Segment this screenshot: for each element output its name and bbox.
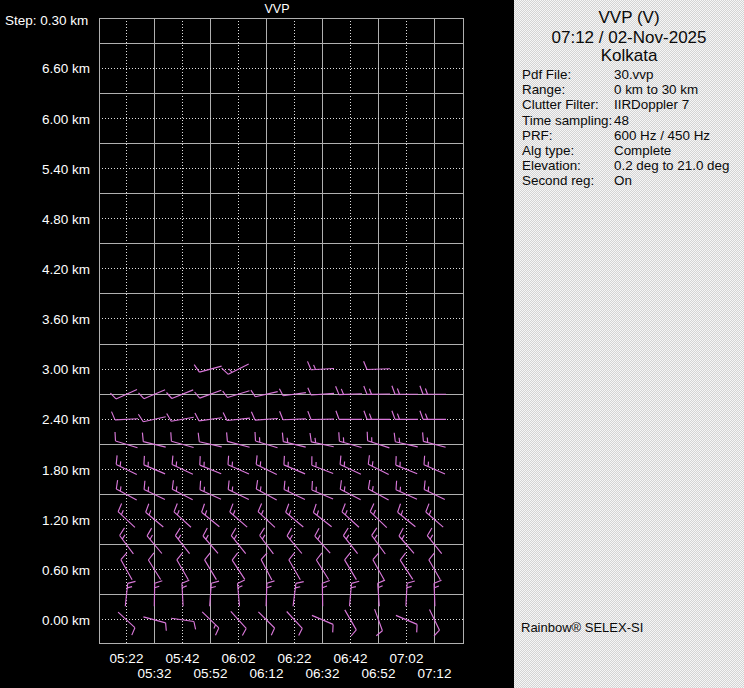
wind-barb: [227, 432, 250, 447]
height-step-label: Step: 0.30 km: [5, 14, 88, 28]
wind-barb: [392, 411, 418, 420]
wind-barb: [406, 581, 415, 606]
wind-barb: [289, 553, 301, 580]
y-axis-label: 0.60 km: [0, 564, 90, 578]
x-axis-label: 06:52: [362, 667, 396, 681]
plot-title: VVP: [264, 3, 289, 16]
parameter-label: PRF:: [522, 129, 553, 143]
parameter-value: 0 km to 30 km: [614, 83, 698, 97]
y-axis-label: 3.60 km: [0, 313, 90, 327]
x-axis-label: 06:22: [278, 652, 312, 666]
parameter-label: Time sampling:: [522, 114, 612, 128]
y-axis-label: 1.80 km: [0, 464, 90, 478]
x-axis-label: 05:22: [110, 652, 144, 666]
y-axis-label: 1.20 km: [0, 514, 90, 528]
panel-title: VVP (V): [514, 9, 744, 26]
wind-barb: [182, 580, 189, 606]
y-axis-label: 6.00 km: [0, 113, 90, 127]
y-axis-label: 3.00 km: [0, 364, 90, 378]
wind-barb: [154, 581, 162, 607]
wind-barb: [138, 414, 165, 422]
wind-barb: [121, 553, 132, 580]
parameter-label: Second reg:: [522, 174, 594, 188]
parameter-value: 48: [614, 114, 629, 128]
wind-barb: [364, 386, 390, 394]
wind-barb: [167, 414, 194, 422]
panel-datetime: 07:12 / 02-Nov-2025: [514, 29, 744, 46]
wind-barb: [251, 390, 278, 397]
y-axis-label: 4.20 km: [0, 263, 90, 277]
wind-barb: [280, 411, 306, 419]
y-axis-label: 2.40 km: [0, 414, 90, 428]
wind-barb: [210, 581, 219, 606]
wind-barb: [115, 432, 138, 448]
x-axis-label: 07:02: [390, 652, 424, 666]
parameter-value: 0.2 deg to 21.0 deg: [614, 159, 729, 173]
wind-barb: [400, 553, 413, 580]
panel-site: Kolkata: [514, 47, 744, 64]
parameter-label: Clutter Filter:: [522, 98, 599, 112]
x-axis-label: 05:52: [194, 667, 228, 681]
wind-barb: [232, 553, 245, 580]
vvp-product-screen: { "window": { "width": 744, "height": 68…: [0, 0, 744, 688]
parameter-label: Elevation:: [522, 159, 581, 173]
parameter-value: Complete: [614, 144, 671, 158]
product-info-panel: VVP (V) 07:12 / 02-Nov-2025 Kolkata Pdf …: [514, 0, 744, 688]
x-axis-label: 05:32: [138, 667, 172, 681]
wind-barb: [434, 580, 441, 606]
parameter-value: 30.vvp: [614, 68, 653, 82]
wind-barb: [364, 361, 390, 369]
wind-barb: [308, 411, 334, 419]
wind-barb: [339, 432, 362, 447]
wind-barb: [195, 413, 222, 421]
wind-barb: [112, 412, 139, 420]
wind-barb: [266, 581, 274, 606]
wind-barb: [194, 365, 221, 372]
y-axis-label: 6.60 km: [0, 63, 90, 77]
wind-barb: [396, 615, 417, 632]
x-axis-label: 06:02: [222, 652, 256, 666]
wind-barb: [223, 412, 250, 420]
wind-barb: [251, 412, 278, 420]
parameter-label: Alg type:: [522, 144, 574, 158]
wind-barb: [336, 386, 362, 394]
x-axis-label: 05:42: [166, 652, 200, 666]
wind-barb: [350, 581, 360, 606]
parameter-label: Range:: [522, 83, 565, 97]
wind-barb: [420, 411, 446, 420]
x-axis-label: 06:12: [250, 667, 284, 681]
brand-label: Rainbow® SELEX-SI: [521, 621, 643, 634]
parameter-value: 600 Hz / 450 Hz: [614, 129, 710, 143]
wind-barb: [364, 411, 390, 420]
wind-barb: [322, 581, 330, 607]
wind-barb: [392, 386, 418, 395]
y-axis-label: 5.40 km: [0, 163, 90, 177]
parameter-value: On: [614, 174, 632, 188]
y-axis-label: 0.00 km: [0, 614, 90, 628]
wind-barb: [238, 580, 245, 606]
wind-barb: [308, 361, 335, 369]
wind-barb: [345, 553, 357, 580]
wind-barb: [336, 411, 362, 420]
x-axis-label: 06:32: [306, 667, 340, 681]
wind-barb: [171, 432, 194, 447]
y-axis-label: 4.80 km: [0, 213, 90, 227]
wind-barb: [345, 610, 357, 636]
wind-barb: [420, 386, 446, 395]
x-axis-label: 07:12: [418, 667, 452, 681]
wind-barb: [177, 553, 189, 580]
x-axis-label: 06:42: [334, 652, 368, 666]
parameter-value: IIRDoppler 7: [614, 98, 689, 112]
parameter-label: Pdf File:: [522, 68, 571, 82]
wind-barb: [308, 388, 334, 395]
